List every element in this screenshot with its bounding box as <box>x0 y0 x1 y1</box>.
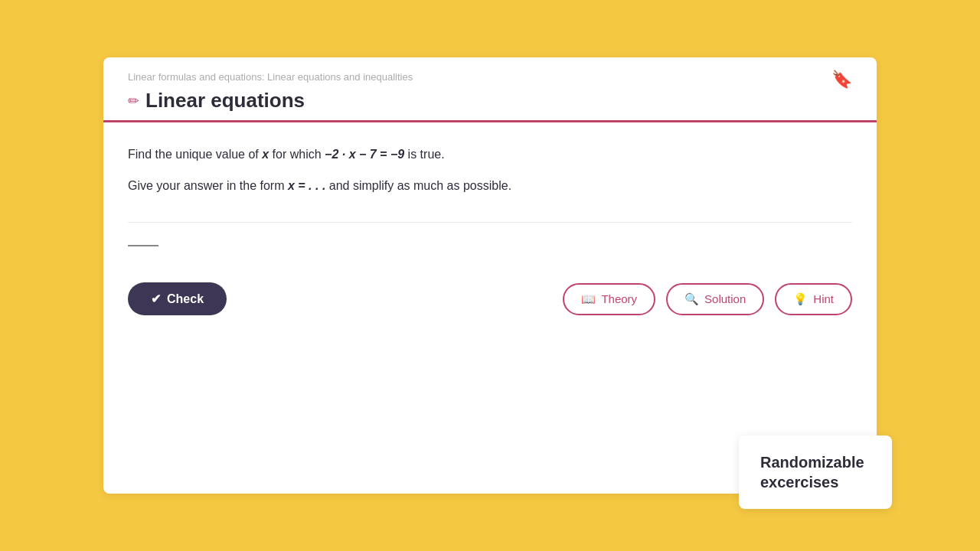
bookmark-icon[interactable]: 🔖 <box>831 70 852 90</box>
answer-area <box>103 223 877 269</box>
theory-icon: 📖 <box>581 292 596 306</box>
page-title: Linear equations <box>145 89 305 112</box>
problem-line1: Find the unique value of x for which −2 … <box>128 144 852 165</box>
solution-icon: 🔍 <box>684 292 699 306</box>
problem-line2: Give your answer in the form x = . . . a… <box>128 175 852 196</box>
randomizable-card: Randomizable excercises <box>739 435 892 509</box>
check-button[interactable]: ✔ Check <box>128 282 227 315</box>
hint-button[interactable]: 💡 Hint <box>775 283 852 315</box>
title-row: ✏ Linear equations <box>103 89 877 120</box>
action-buttons: 📖 Theory 🔍 Solution 💡 Hint <box>563 283 852 315</box>
pencil-icon: ✏ <box>128 93 139 109</box>
content-area: Find the unique value of x for which −2 … <box>103 122 877 222</box>
actions-row: ✔ Check 📖 Theory 🔍 Solution 💡 Hint <box>103 269 877 334</box>
solution-button[interactable]: 🔍 Solution <box>666 283 764 315</box>
hint-icon: 💡 <box>793 292 808 306</box>
randomizable-title: Randomizable excercises <box>760 452 871 492</box>
check-icon: ✔ <box>151 292 161 306</box>
answer-line <box>128 245 158 246</box>
main-card: 🔖 Linear formulas and equations: Linear … <box>103 57 877 494</box>
theory-button[interactable]: 📖 Theory <box>563 283 655 315</box>
breadcrumb: Linear formulas and equations: Linear eq… <box>103 57 877 89</box>
